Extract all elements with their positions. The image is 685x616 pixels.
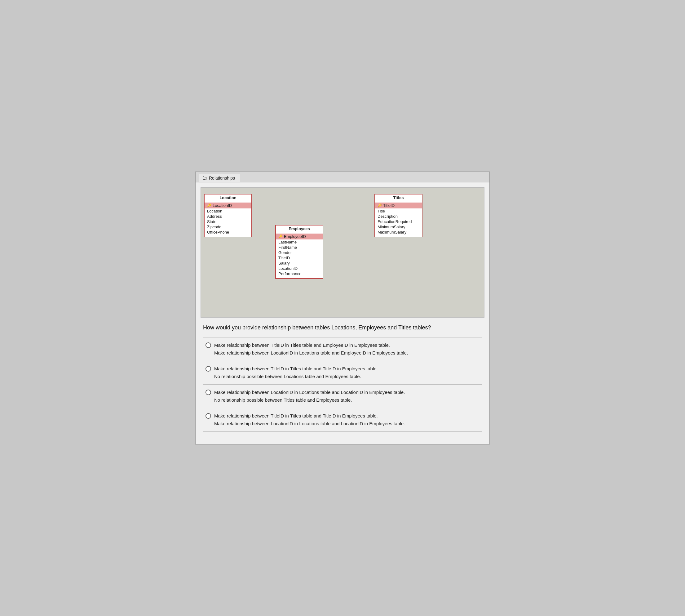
- titles-table-fields: 🔑 TitleID Title Description EducationReq…: [375, 201, 422, 237]
- pk-icon-employeeid: 🔑: [278, 235, 283, 239]
- option-2-text: Make relationship between TitleID in Tit…: [214, 366, 480, 380]
- pk-icon-locationid: 🔑: [207, 203, 211, 207]
- pk-icon-titleid: 🔑: [378, 203, 382, 207]
- employees-table: Employees 🔑 EmployeeID LastName FirstNam…: [275, 225, 323, 279]
- radio-1[interactable]: [206, 343, 211, 348]
- question-section: How would you provide relationship betwe…: [196, 317, 489, 435]
- employees-table-header: Employees: [276, 225, 323, 232]
- location-table-header: Location: [205, 195, 251, 201]
- radio-2[interactable]: [206, 366, 211, 372]
- options-list: Make relationship between TitleID in Tit…: [203, 337, 482, 432]
- employees-field-employeeid: 🔑 EmployeeID: [276, 234, 323, 239]
- location-field-state: State: [207, 219, 249, 224]
- titles-field-maximumsalary: MaximumSalary: [378, 229, 419, 235]
- location-table-fields: 🔑 LocationID Location Address State Zipc…: [205, 201, 251, 237]
- question-text: How would you provide relationship betwe…: [203, 324, 482, 332]
- option-1-text: Make relationship between TitleID in Tit…: [214, 342, 480, 356]
- employees-field-performance: Performance: [278, 271, 320, 277]
- titles-field-educationrequired: EducationRequired: [378, 219, 419, 224]
- location-field-zipcode: Zipcode: [207, 224, 249, 229]
- relationships-tab-label: Relationships: [209, 176, 235, 180]
- titles-field-minimumsalary: MinimumSalary: [378, 224, 419, 229]
- titles-table: Titles 🔑 TitleID Title Description Educa…: [374, 194, 423, 237]
- relationships-tab-icon: 🗂: [202, 175, 207, 181]
- relationships-tab[interactable]: 🗂 Relationships: [199, 174, 240, 182]
- employees-field-locationid: LocationID: [278, 266, 320, 271]
- titles-field-titleid: 🔑 TitleID: [375, 202, 422, 208]
- option-4[interactable]: Make relationship between TitleID in Tit…: [203, 408, 482, 432]
- location-field-officephone: OfficePhone: [207, 229, 249, 235]
- location-field-locationid: 🔑 LocationID: [205, 202, 251, 208]
- radio-3[interactable]: [206, 390, 211, 395]
- tab-bar: 🗂 Relationships: [196, 172, 489, 182]
- titles-field-description: Description: [378, 214, 419, 219]
- option-3[interactable]: Make relationship between LocationID in …: [203, 384, 482, 408]
- employees-field-titleid: TitleID: [278, 255, 320, 261]
- location-table: Location 🔑 LocationID Location Address S…: [204, 194, 252, 237]
- employees-field-salary: Salary: [278, 261, 320, 266]
- option-3-text: Make relationship between LocationID in …: [214, 389, 480, 403]
- option-4-text: Make relationship between TitleID in Tit…: [214, 413, 480, 427]
- option-1[interactable]: Make relationship between TitleID in Tit…: [203, 337, 482, 361]
- main-container: 🗂 Relationships Location 🔑 LocationID Lo…: [195, 172, 490, 444]
- employees-field-lastname: LastName: [278, 239, 320, 245]
- radio-4[interactable]: [206, 413, 211, 419]
- titles-table-header: Titles: [375, 195, 422, 201]
- location-field-location: Location: [207, 208, 249, 214]
- option-2[interactable]: Make relationship between TitleID in Tit…: [203, 361, 482, 384]
- diagram-area: Location 🔑 LocationID Location Address S…: [201, 188, 484, 317]
- location-field-address: Address: [207, 214, 249, 219]
- employees-field-firstname: FirstName: [278, 245, 320, 250]
- employees-table-fields: 🔑 EmployeeID LastName FirstName Gender T…: [276, 232, 323, 278]
- employees-field-gender: Gender: [278, 250, 320, 255]
- titles-field-title: Title: [378, 208, 419, 214]
